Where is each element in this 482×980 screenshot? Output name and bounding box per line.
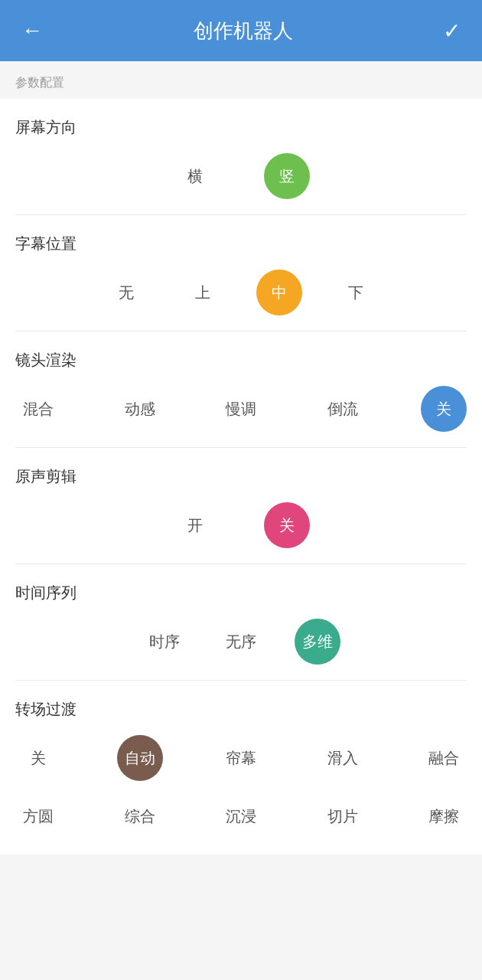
original-sound-section: 原声剪辑 开 关 [15,448,467,564]
page-title: 创作机器人 [194,18,293,44]
option-composite[interactable]: 综合 [117,793,163,839]
option-slow[interactable]: 慢调 [218,386,264,432]
back-button[interactable]: ← [15,12,49,49]
option-multidim[interactable]: 多维 [295,619,340,665]
subtitle-position-options: 无 上 中 下 [15,270,467,315]
option-off-lens[interactable]: 关 [421,386,467,432]
option-auto[interactable]: 自动 [117,735,163,781]
option-blend-trans[interactable]: 融合 [421,735,467,781]
option-slice[interactable]: 切片 [320,793,366,839]
option-none[interactable]: 无 [103,270,149,315]
option-horizontal[interactable]: 横 [172,153,218,199]
option-dynamic[interactable]: 动感 [117,386,163,432]
screen-orientation-options: 横 竖 [15,153,467,199]
original-sound-title: 原声剪辑 [15,466,467,487]
screen-orientation-title: 屏幕方向 [15,117,467,138]
original-sound-options: 开 关 [15,502,467,548]
option-trans-off[interactable]: 关 [15,735,61,781]
section-label: 参数配置 [0,61,482,99]
option-vertical[interactable]: 竖 [264,153,310,199]
lens-render-title: 镜头渲染 [15,350,467,371]
option-reverse[interactable]: 倒流 [320,386,366,432]
lens-render-section: 镜头渲染 混合 动感 慢调 倒流 关 [15,332,467,448]
option-slide[interactable]: 滑入 [320,735,366,781]
time-sequence-section: 时间序列 时序 无序 多维 [15,564,467,681]
option-bottom[interactable]: 下 [333,270,379,315]
option-blend[interactable]: 混合 [15,386,61,432]
option-random[interactable]: 无序 [218,619,264,665]
time-sequence-options: 时序 无序 多维 [15,619,467,665]
screen-orientation-section: 屏幕方向 横 竖 [15,99,467,215]
transition-section: 转场过渡 关 自动 帘幕 滑入 融合 方圆 综合 沉浸 切片 摩擦 [15,681,467,854]
option-sequential[interactable]: 时序 [142,619,187,665]
transition-title: 转场过渡 [15,699,467,720]
transition-row2: 方圆 综合 沉浸 切片 摩擦 [15,793,467,839]
option-top[interactable]: 上 [180,270,226,315]
subtitle-position-title: 字幕位置 [15,234,467,254]
option-curtain[interactable]: 帘幕 [218,735,264,781]
option-immerse[interactable]: 沉浸 [218,793,264,839]
transition-row1: 关 自动 帘幕 滑入 融合 [15,735,467,781]
option-middle[interactable]: 中 [256,270,302,315]
option-on[interactable]: 开 [172,502,218,548]
option-circle[interactable]: 方圆 [15,793,61,839]
time-sequence-title: 时间序列 [15,583,467,603]
option-friction[interactable]: 摩擦 [421,793,467,839]
option-off-sound[interactable]: 关 [264,502,310,548]
subtitle-position-section: 字幕位置 无 上 中 下 [15,215,467,332]
confirm-button[interactable]: ✓ [437,12,467,50]
params-card: 屏幕方向 横 竖 字幕位置 无 上 中 下 镜头渲染 混合 动感 慢调 倒流 关… [0,99,482,854]
lens-render-options: 混合 动感 慢调 倒流 关 [15,386,467,432]
app-header: ← 创作机器人 ✓ [0,0,482,61]
